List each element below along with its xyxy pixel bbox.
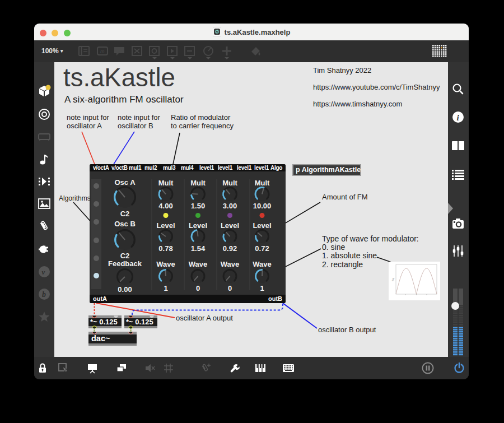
svg-text:v: v	[42, 268, 45, 276]
svg-text:m: m	[100, 49, 105, 54]
svg-text:Sig: Sig	[391, 278, 394, 281]
svg-text:b: b	[42, 290, 46, 299]
